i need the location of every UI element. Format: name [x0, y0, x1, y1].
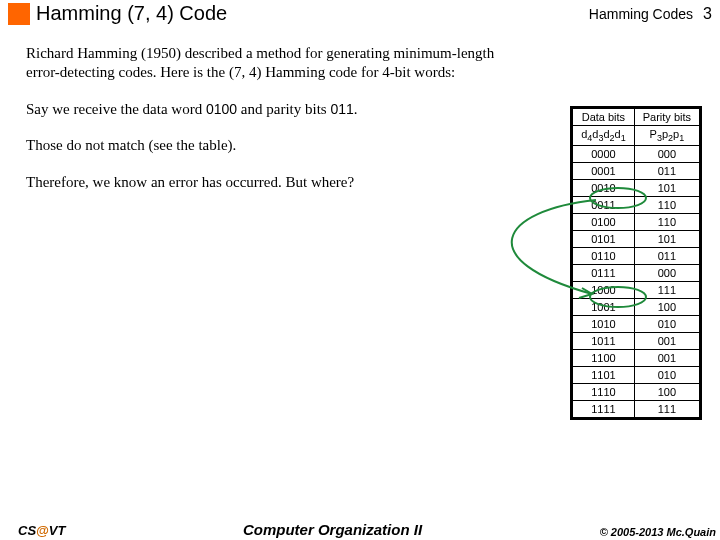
parity-bits-cell: 100: [634, 299, 699, 316]
parity-bits-cell: 100: [634, 384, 699, 401]
hamming-table: Data bits Parity bits d4d3d2d1 P3p2p1 00…: [570, 106, 702, 420]
col-header-data: Data bits: [573, 109, 635, 126]
parity-bits-cell: 010: [634, 367, 699, 384]
parity-bits-cell: 110: [634, 214, 699, 231]
receive-paragraph: Say we receive the data word 0100 and pa…: [26, 100, 520, 119]
table-row: 0011110: [573, 197, 700, 214]
data-bits-cell: 0111: [573, 265, 635, 282]
table-row: 1101010: [573, 367, 700, 384]
data-bits-cell: 0000: [573, 146, 635, 163]
data-bits-cell: 0010: [573, 180, 635, 197]
table-row: 1111111: [573, 401, 700, 418]
data-bits-cell: 1110: [573, 384, 635, 401]
mismatch-paragraph: Those do not match (see the table).: [26, 136, 520, 155]
parity-bits-cell: 101: [634, 231, 699, 248]
page-number: 3: [703, 5, 712, 23]
col-header-parity: Parity bits: [634, 109, 699, 126]
parity-bits-cell: 001: [634, 333, 699, 350]
col-subheader-parity: P3p2p1: [634, 126, 699, 146]
data-bits-cell: 1010: [573, 316, 635, 333]
footer-center: Computer Organization II: [65, 521, 599, 538]
table-row: 1000111: [573, 282, 700, 299]
parity-bits-cell: 000: [634, 265, 699, 282]
slide-footer: CS@VT Computer Organization II © 2005-20…: [0, 521, 720, 538]
col-subheader-data: d4d3d2d1: [573, 126, 635, 146]
parity-bits-cell: 010: [634, 316, 699, 333]
topic-label: Hamming Codes: [589, 6, 693, 22]
footer-at: @: [36, 523, 49, 538]
table-row: 0111000: [573, 265, 700, 282]
data-bits-cell: 1101: [573, 367, 635, 384]
data-bits-cell: 0110: [573, 248, 635, 265]
slide-title: Hamming (7, 4) Code: [36, 2, 227, 25]
data-bits-cell: 1011: [573, 333, 635, 350]
slide-header: Hamming (7, 4) Code Hamming Codes 3: [0, 0, 720, 29]
parity-bits-cell: 000: [634, 146, 699, 163]
data-bits-cell: 0001: [573, 163, 635, 180]
table-row: 0010101: [573, 180, 700, 197]
table-row: 0000000: [573, 146, 700, 163]
parity-bits: 011: [330, 101, 353, 117]
data-word: 0100: [206, 101, 237, 117]
parity-bits-cell: 001: [634, 350, 699, 367]
parity-bits-cell: 111: [634, 282, 699, 299]
slide-body: Richard Hamming (1950) described a metho…: [26, 44, 520, 210]
parity-bits-cell: 110: [634, 197, 699, 214]
data-bits-cell: 0011: [573, 197, 635, 214]
parity-bits-cell: 111: [634, 401, 699, 418]
error-paragraph: Therefore, we know an error has occurred…: [26, 173, 520, 192]
text-fragment: .: [354, 101, 358, 117]
parity-bits-cell: 101: [634, 180, 699, 197]
parity-bits-cell: 011: [634, 163, 699, 180]
data-bits-cell: 0100: [573, 214, 635, 231]
table-row: 1110100: [573, 384, 700, 401]
footer-vt: VT: [49, 523, 66, 538]
table-row: 0001011: [573, 163, 700, 180]
table-row: 0110011: [573, 248, 700, 265]
footer-right: © 2005-2013 Mc.Quain: [600, 526, 716, 538]
data-bits-cell: 0101: [573, 231, 635, 248]
data-bits-cell: 1100: [573, 350, 635, 367]
table-row: 1100001: [573, 350, 700, 367]
parity-bits-cell: 011: [634, 248, 699, 265]
table-row: 1011001: [573, 333, 700, 350]
text-fragment: and parity bits: [237, 101, 330, 117]
footer-cs: CS: [18, 523, 36, 538]
intro-paragraph: Richard Hamming (1950) described a metho…: [26, 44, 520, 82]
data-bits-cell: 1001: [573, 299, 635, 316]
data-bits-cell: 1111: [573, 401, 635, 418]
table-row: 0100110: [573, 214, 700, 231]
footer-left: CS@VT: [18, 523, 65, 538]
data-bits-cell: 1000: [573, 282, 635, 299]
table-row: 0101101: [573, 231, 700, 248]
table-row: 1010010: [573, 316, 700, 333]
title-bullet-icon: [8, 3, 30, 25]
table-row: 1001100: [573, 299, 700, 316]
text-fragment: Say we receive the data word: [26, 101, 206, 117]
